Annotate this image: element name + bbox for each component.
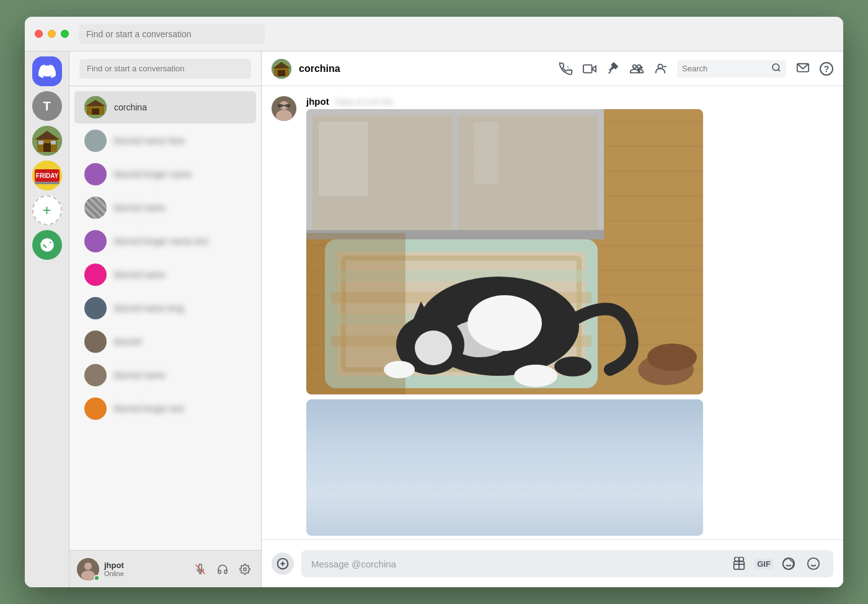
call-button[interactable] — [559, 62, 573, 76]
chat-header-actions: ? — [559, 60, 833, 78]
server-t-label: T — [43, 99, 50, 113]
svg-point-61 — [514, 365, 557, 387]
headset-button[interactable] — [214, 561, 231, 578]
message-author-jhpot: jhpot — [306, 96, 329, 107]
dm-header — [69, 51, 261, 86]
close-button[interactable] — [35, 30, 43, 38]
settings-button[interactable] — [236, 561, 254, 578]
dm-item-corchina[interactable]: corchina — [74, 91, 256, 123]
second-image-content — [306, 399, 703, 536]
message-input-area: GIF — [262, 540, 843, 587]
dm-name-2: blurred name here — [114, 136, 185, 146]
find-conversation-input[interactable] — [79, 24, 265, 44]
add-friend-button[interactable] — [630, 62, 644, 76]
dm-name-9: blurred name — [114, 370, 166, 380]
svg-rect-44 — [452, 109, 458, 233]
dm-item-7[interactable]: blurred name long — [74, 292, 256, 324]
add-server-button[interactable]: + — [32, 195, 62, 225]
messages-area: jhpot Today at 3:45 PM — [262, 86, 843, 540]
search-icon — [771, 63, 781, 75]
input-actions: GIF — [729, 554, 823, 574]
gif-button[interactable]: GIF — [754, 554, 774, 574]
svg-point-16 — [84, 562, 92, 570]
cat-image[interactable] — [306, 109, 703, 394]
svg-rect-66 — [319, 122, 368, 196]
dm-item-9[interactable]: blurred name — [74, 359, 256, 391]
svg-rect-23 — [278, 70, 285, 76]
minimize-button[interactable] — [48, 30, 56, 38]
svg-point-75 — [808, 558, 819, 569]
online-status-dot — [94, 575, 100, 581]
help-icon: ? — [824, 64, 830, 74]
dm-search-input[interactable] — [79, 59, 251, 79]
maximize-button[interactable] — [61, 30, 69, 38]
svg-rect-25 — [583, 64, 592, 73]
avatar-2 — [84, 130, 107, 152]
avatar-6 — [84, 264, 107, 286]
main-content: T FRIDAY — [25, 51, 843, 587]
dm-name-7: blurred name long — [114, 303, 184, 313]
avatar-8 — [84, 331, 107, 353]
current-user-status: Online — [104, 570, 187, 577]
dm-item-5[interactable]: blurred longer name text — [74, 225, 256, 257]
avatar-3 — [84, 163, 107, 185]
svg-point-17 — [81, 571, 95, 580]
video-button[interactable] — [583, 62, 596, 76]
avatar-7 — [84, 297, 107, 319]
dm-item-6[interactable]: blurred name — [74, 259, 256, 291]
pin-button[interactable] — [606, 62, 620, 76]
dm-item-8[interactable]: blurred — [74, 326, 256, 358]
message-jhpot: jhpot Today at 3:45 PM — [272, 96, 833, 536]
svg-rect-33 — [278, 104, 283, 107]
dm-item-10[interactable]: blurred longer text — [74, 393, 256, 425]
avatar-5 — [84, 230, 107, 252]
dm-item-2[interactable]: blurred name here — [74, 125, 256, 157]
app-window: T FRIDAY — [25, 17, 843, 587]
discord-home-button[interactable] — [32, 56, 62, 86]
dm-name-6: blurred name — [114, 270, 166, 280]
svg-point-28 — [773, 64, 779, 71]
add-server-icon: + — [42, 202, 51, 219]
avatar-corchina — [84, 96, 107, 118]
chat-header-avatar — [272, 59, 291, 79]
message-timestamp-jhpot: Today at 3:45 PM — [334, 98, 392, 107]
add-attachment-button[interactable] — [272, 553, 294, 575]
svg-rect-67 — [474, 122, 498, 184]
server-sidebar: T FRIDAY — [25, 51, 69, 587]
svg-rect-5 — [51, 141, 56, 144]
avatar-9 — [84, 364, 107, 386]
traffic-lights — [35, 30, 69, 38]
chat-title: corchina — [299, 63, 340, 74]
server-cabin-button[interactable] — [32, 126, 62, 156]
chat-search-input[interactable] — [682, 64, 769, 73]
second-image[interactable] — [306, 399, 703, 536]
inbox-button[interactable] — [796, 62, 810, 76]
dm-item-4[interactable]: blurred name — [74, 192, 256, 224]
server-friday-button[interactable]: FRIDAY — [32, 161, 62, 190]
svg-rect-9 — [35, 182, 60, 184]
svg-rect-42 — [306, 109, 312, 233]
svg-marker-24 — [592, 66, 596, 71]
gift-button[interactable] — [729, 554, 749, 574]
svg-point-63 — [384, 361, 415, 378]
user-controls — [192, 561, 254, 578]
current-user-avatar-wrap — [77, 558, 99, 580]
svg-rect-4 — [38, 141, 43, 144]
explore-servers-button[interactable] — [32, 230, 62, 260]
title-bar — [25, 17, 843, 51]
svg-rect-14 — [92, 109, 99, 115]
help-button[interactable]: ? — [820, 62, 833, 76]
mute-button[interactable] — [192, 561, 209, 578]
avatar-4 — [84, 197, 107, 219]
server-t-button[interactable]: T — [32, 91, 62, 121]
dm-item-3[interactable]: blurred longer name — [74, 158, 256, 190]
stickers-button[interactable] — [779, 554, 799, 574]
message-input[interactable] — [311, 559, 729, 569]
dm-name-8: blurred — [114, 337, 141, 347]
message-content-jhpot: jhpot Today at 3:45 PM — [306, 96, 833, 536]
avatar-10 — [84, 397, 107, 420]
svg-rect-43 — [598, 109, 604, 233]
profile-button[interactable] — [653, 62, 667, 76]
emoji-button[interactable] — [804, 554, 823, 574]
dm-name-corchina: corchina — [114, 102, 147, 112]
